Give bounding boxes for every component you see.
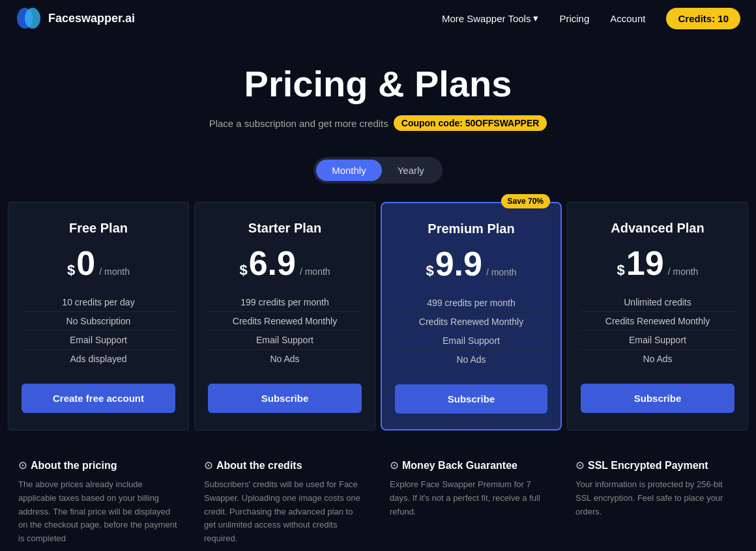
hero-subtitle: Place a subscription and get more credit… [13, 115, 743, 131]
price-period: / month [668, 266, 699, 277]
feature-item: 10 credits per day [22, 293, 175, 312]
nav-account-link[interactable]: Account [610, 13, 645, 24]
price-dollar: $ [67, 262, 75, 279]
price-period: / month [99, 266, 130, 277]
price-dollar: $ [426, 262, 433, 279]
plan-card-premium-plan: Save 70% Premium Plan $ 9.9 / month 499 … [381, 202, 562, 431]
page-title: Pricing & Plans [13, 63, 743, 105]
price-amount: 19 [626, 246, 664, 280]
monthly-toggle[interactable]: Monthly [316, 160, 382, 181]
price-amount: 9.9 [435, 247, 482, 281]
feature-item: No Ads [395, 350, 547, 369]
price-period: / month [300, 266, 330, 277]
plan-price: $ 9.9 / month [395, 247, 547, 281]
info-card-3: ⊙ SSL Encrypted Payment Your information… [570, 459, 743, 546]
billing-toggle: Monthly Yearly [0, 157, 756, 184]
plan-card-free-plan: Free Plan $ 0 / month 10 credits per day… [8, 202, 189, 431]
save-badge: Save 70% [501, 194, 550, 208]
feature-item: 499 credits per month [395, 294, 547, 313]
logo-text: Faceswapper.ai [48, 12, 135, 25]
logo[interactable]: Faceswapper.ai [16, 5, 135, 31]
logo-icon [16, 5, 42, 31]
coupon-badge: Coupon code: 50OFFSWAPPER [394, 115, 547, 131]
price-period: / month [486, 267, 517, 277]
price-amount: 0 [76, 246, 95, 280]
info-title-text: SSL Encrypted Payment [588, 460, 708, 472]
plan-name: Premium Plan [395, 221, 547, 236]
feature-item: Unlimited credits [581, 293, 734, 312]
feature-item: Email Support [581, 331, 734, 350]
hero-section: Pricing & Plans Place a subscription and… [0, 36, 756, 144]
subtitle-text: Place a subscription and get more credit… [209, 118, 388, 129]
info-title: ⊙ About the credits [204, 459, 366, 472]
info-icon: ⊙ [204, 459, 212, 472]
plan-name: Free Plan [22, 221, 175, 236]
info-title-text: About the credits [216, 460, 302, 472]
plan-features: 499 credits per monthCredits Renewed Mon… [395, 294, 547, 369]
plan-price: $ 6.9 / month [208, 246, 362, 280]
info-text: Subscribers' credits will be used for Fa… [204, 478, 366, 546]
feature-item: Credits Renewed Monthly [395, 313, 547, 332]
info-text: Explore Face Swapper Premium for 7 days.… [390, 478, 552, 518]
nav-links: More Swapper Tools ▾ Pricing Account Cre… [442, 8, 740, 29]
info-title: ⊙ SSL Encrypted Payment [575, 459, 738, 472]
plan-features: 10 credits per dayNo SubscriptionEmail S… [22, 293, 175, 368]
nav-tools-link[interactable]: More Swapper Tools ▾ [442, 12, 538, 24]
info-text: Your information is protected by 256-bit… [575, 478, 738, 518]
plan-card-starter-plan: Starter Plan $ 6.9 / month 199 credits p… [194, 202, 375, 431]
feature-item: Credits Renewed Monthly [581, 312, 734, 331]
plan-price: $ 19 / month [581, 246, 734, 280]
info-card-2: ⊙ Money Back Guarantee Explore Face Swap… [385, 459, 557, 546]
plan-name: Advanced Plan [581, 221, 734, 236]
plan-subscribe-button[interactable]: Subscribe [581, 384, 734, 413]
tools-label: More Swapper Tools [442, 13, 531, 24]
plan-subscribe-button[interactable]: Subscribe [208, 384, 362, 413]
yearly-toggle[interactable]: Yearly [382, 160, 440, 181]
info-card-1: ⊙ About the credits Subscribers' credits… [199, 459, 371, 546]
price-amount: 6.9 [249, 246, 296, 280]
plan-features: 199 credits per monthCredits Renewed Mon… [208, 293, 362, 368]
info-title: ⊙ Money Back Guarantee [390, 459, 552, 472]
toggle-container: Monthly Yearly [313, 157, 443, 184]
info-text: The above prices already include applica… [18, 478, 181, 546]
info-card-0: ⊙ About the pricing The above prices alr… [13, 459, 186, 546]
feature-item: Email Support [22, 331, 175, 350]
price-dollar: $ [617, 262, 625, 279]
chevron-down-icon: ▾ [533, 12, 538, 24]
plans-grid: Free Plan $ 0 / month 10 credits per day… [0, 199, 756, 433]
info-title: ⊙ About the pricing [18, 459, 181, 472]
svg-point-1 [25, 8, 40, 29]
plan-card-advanced-plan: Advanced Plan $ 19 / month Unlimited cre… [567, 202, 748, 431]
feature-item: Credits Renewed Monthly [208, 312, 362, 331]
plan-subscribe-button[interactable]: Subscribe [395, 384, 547, 414]
nav-pricing-link[interactable]: Pricing [559, 13, 589, 24]
feature-item: No Ads [208, 350, 362, 368]
plan-price: $ 0 / month [22, 246, 175, 280]
feature-item: No Ads [581, 350, 734, 368]
plan-features: Unlimited creditsCredits Renewed Monthly… [581, 293, 734, 368]
feature-item: Ads displayed [22, 350, 175, 368]
feature-item: 199 credits per month [208, 293, 362, 312]
feature-item: Email Support [208, 331, 362, 350]
plan-subscribe-button[interactable]: Create free account [22, 384, 175, 413]
feature-item: Email Support [395, 332, 547, 350]
feature-item: No Subscription [22, 312, 175, 331]
navbar: Faceswapper.ai More Swapper Tools ▾ Pric… [0, 0, 756, 36]
plan-name: Starter Plan [208, 221, 362, 236]
info-title-text: About the pricing [31, 460, 117, 472]
info-section: ⊙ About the pricing The above prices alr… [0, 433, 756, 551]
credits-button[interactable]: Credits: 10 [666, 8, 740, 29]
price-dollar: $ [239, 262, 247, 279]
info-icon: ⊙ [390, 459, 398, 472]
info-title-text: Money Back Guarantee [402, 460, 517, 472]
info-icon: ⊙ [575, 459, 584, 472]
info-icon: ⊙ [18, 459, 27, 472]
